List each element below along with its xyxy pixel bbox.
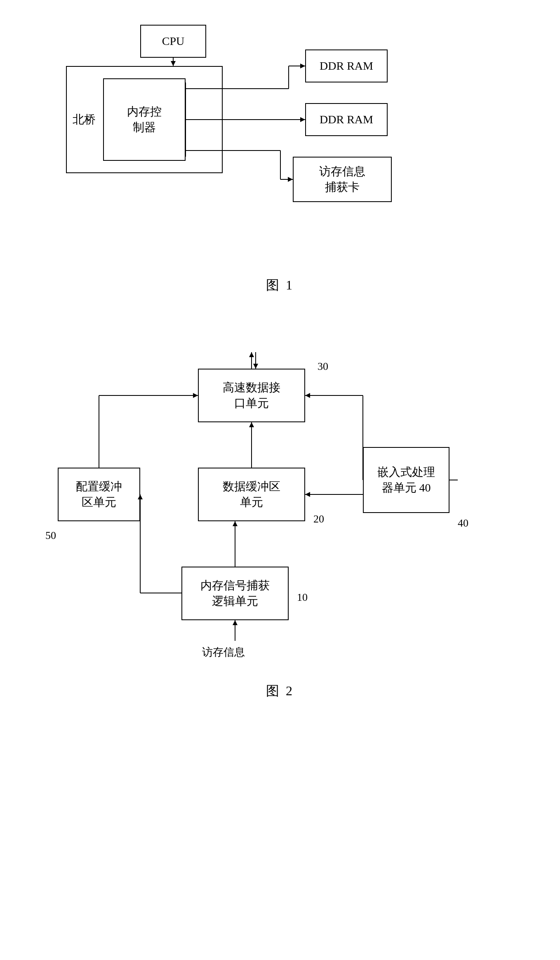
svg-marker-15 (249, 352, 254, 357)
capture-card-label: 访存信息 捕获卡 (319, 164, 365, 195)
label-20: 20 (313, 513, 324, 525)
label-50: 50 (45, 529, 56, 542)
ddr2-box: DDR RAM (305, 103, 388, 136)
svg-marker-34 (193, 393, 198, 398)
high-speed-box: 高速数据接 口单元 (198, 369, 305, 422)
svg-marker-8 (300, 117, 305, 122)
label-40: 40 (458, 517, 468, 529)
diagram2: 高速数据接 口单元 数据缓冲区 单元 配置缓冲 区单元 嵌入式处理 器单元 40… (25, 327, 535, 699)
config-buffer-box: 配置缓冲 区单元 (58, 468, 140, 521)
data-buffer-box: 数据缓冲区 单元 (198, 468, 305, 521)
diagram1: CPU 北桥 内存控 制器 DDR RAM DDR RAM 访存信息 捕获卡 (25, 16, 535, 256)
mem-controller-label: 内存控 制器 (127, 104, 162, 135)
svg-marker-24 (305, 492, 310, 497)
ddr1-box: DDR RAM (305, 49, 388, 82)
svg-marker-17 (253, 364, 258, 369)
embedded-processor-box: 嵌入式处理 器单元 40 (363, 447, 449, 513)
fig1-title: 图 1 (266, 278, 294, 292)
mem-controller-box: 内存控 制器 (103, 78, 186, 161)
cpu-label: CPU (162, 35, 184, 48)
svg-marker-28 (233, 620, 238, 625)
svg-marker-26 (233, 521, 238, 526)
ddr1-label: DDR RAM (320, 59, 373, 73)
svg-marker-5 (300, 64, 305, 68)
high-speed-label: 高速数据接 口单元 (223, 380, 280, 411)
north-bridge-label: 北桥 (73, 112, 96, 127)
svg-marker-1 (171, 61, 176, 66)
access-info-label: 访存信息 (202, 645, 245, 659)
svg-marker-19 (249, 422, 254, 427)
svg-marker-22 (305, 393, 310, 398)
mem-signal-label: 内存信号捕获 逻辑单元 (200, 578, 270, 609)
label-10: 10 (297, 591, 308, 604)
cpu-box: CPU (140, 25, 206, 58)
main-container: CPU 北桥 内存控 制器 DDR RAM DDR RAM 访存信息 捕获卡 (0, 0, 560, 717)
label-30: 30 (318, 360, 328, 373)
capture-card-box: 访存信息 捕获卡 (293, 157, 392, 202)
data-buffer-label: 数据缓冲区 单元 (223, 479, 280, 510)
config-buffer-label: 配置缓冲 区单元 (76, 479, 122, 510)
fig1-caption: 图 1 (266, 276, 294, 294)
svg-marker-12 (288, 177, 293, 182)
embedded-label: 嵌入式处理 器单元 40 (377, 464, 435, 496)
ddr2-label: DDR RAM (320, 113, 373, 126)
mem-signal-box: 内存信号捕获 逻辑单元 (181, 567, 289, 620)
